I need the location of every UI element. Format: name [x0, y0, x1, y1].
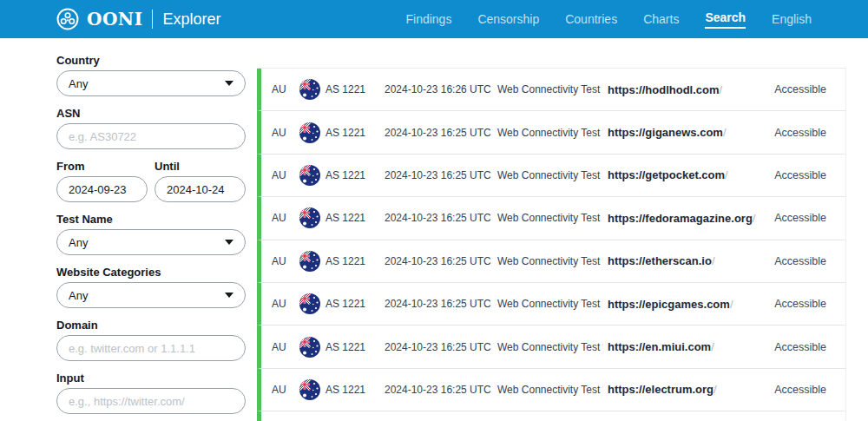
australia-flag-icon [299, 207, 326, 228]
website-categories-filter: Website Categories Any [56, 266, 246, 308]
until-filter: Until [155, 160, 246, 202]
asn-value: AS 1221 [326, 212, 385, 224]
ooni-wordmark: OONI [87, 9, 142, 30]
url-trailing-slash: / [711, 340, 714, 353]
measured-url: https://electrum.org/ [608, 383, 774, 396]
country-label: Country [56, 54, 246, 67]
until-label: Until [155, 160, 246, 173]
australia-flag-icon [299, 293, 326, 314]
status-badge: Accessible [774, 212, 826, 224]
measurement-timestamp: 2024-10-23 16:25 UTC [385, 127, 497, 139]
url-trailing-slash: / [730, 298, 733, 311]
status-badge: Accessible [774, 83, 826, 95]
country-code: AU [272, 127, 299, 139]
domain-label: Domain [56, 319, 246, 332]
measurement-timestamp: 2024-10-23 16:25 UTC [385, 341, 497, 353]
country-code: AU [272, 83, 299, 95]
measurement-row[interactable]: AU [257, 369, 845, 411]
measurement-row[interactable]: AU [257, 155, 845, 197]
australia-flag-icon [299, 251, 326, 272]
domain-filter: Domain [56, 319, 246, 361]
australia-flag-icon [299, 79, 326, 100]
measured-url: https://en.miui.com/ [608, 340, 774, 353]
input-url-input[interactable] [56, 388, 246, 414]
measurement-timestamp: 2024-10-23 16:26 UTC [385, 83, 497, 95]
measurement-timestamp: 2024-10-23 16:25 UTC [385, 255, 497, 267]
logo-divider [152, 10, 153, 29]
country-code: AU [272, 384, 299, 396]
measured-url: https://giganews.com/ [608, 126, 774, 139]
nav-item[interactable]: Countries [565, 12, 617, 26]
status-badge: Accessible [774, 255, 826, 267]
measurement-row-partial[interactable] [257, 411, 845, 421]
test-name-value: Web Connectivity Test [497, 255, 608, 267]
country-select[interactable]: Any [56, 70, 246, 96]
input-filter: Input [56, 372, 246, 414]
status-badge: Accessible [774, 341, 826, 353]
measurement-row[interactable]: AU [257, 69, 845, 111]
chevron-down-icon [225, 81, 233, 86]
date-range-row: From Until [56, 160, 246, 213]
test-name-value: Web Connectivity Test [497, 127, 608, 139]
country-code: AU [272, 341, 299, 353]
nav-item[interactable]: Charts [643, 12, 679, 26]
asn-filter: ASN [56, 107, 246, 149]
main-nav: Findings Censorship Countries Charts Sea… [405, 10, 812, 29]
from-date-input[interactable] [56, 176, 148, 202]
measurement-row[interactable]: AU [257, 240, 845, 283]
measured-url: https://getpocket.com/ [608, 168, 774, 181]
nav-item[interactable]: Censorship [477, 12, 539, 26]
status-badge: Accessible [774, 298, 826, 310]
url-trailing-slash: / [720, 83, 723, 96]
measurement-row[interactable]: AU [257, 283, 845, 326]
test-name-label: Test Name [56, 213, 246, 226]
asn-input[interactable] [56, 123, 246, 149]
until-date-input[interactable] [155, 176, 246, 202]
australia-flag-icon [299, 165, 326, 186]
asn-value: AS 1221 [326, 298, 385, 310]
website-categories-select[interactable]: Any [56, 282, 246, 308]
url-trailing-slash: / [725, 168, 728, 181]
asn-value: AS 1221 [326, 341, 385, 353]
asn-value: AS 1221 [326, 127, 385, 139]
measurement-row[interactable]: AU [257, 326, 845, 368]
test-name-value: Web Connectivity Test [497, 384, 608, 396]
asn-value: AS 1221 [326, 83, 385, 95]
website-categories-select-value: Any [69, 289, 88, 302]
nav-item[interactable]: Search [705, 10, 746, 29]
measured-url: https://etherscan.io/ [608, 254, 774, 267]
test-name-select[interactable]: Any [56, 229, 246, 255]
status-badge: Accessible [774, 169, 826, 181]
asn-value: AS 1221 [326, 384, 385, 396]
ooni-logo[interactable]: OONI Explorer [56, 8, 221, 30]
measurement-row[interactable]: AU [257, 111, 845, 154]
test-name-value: Web Connectivity Test [497, 83, 608, 95]
domain-input[interactable] [56, 335, 246, 361]
nav-item[interactable]: English [772, 12, 812, 26]
test-name-value: Web Connectivity Test [497, 298, 608, 310]
url-trailing-slash: / [753, 212, 756, 225]
url-trailing-slash: / [713, 383, 717, 396]
australia-flag-icon [299, 122, 326, 143]
test-name-value: Web Connectivity Test [497, 341, 608, 353]
website-categories-label: Website Categories [56, 266, 246, 279]
ooni-logo-icon [56, 8, 79, 30]
country-code: AU [272, 255, 299, 267]
url-trailing-slash: / [712, 254, 715, 267]
nav-item[interactable]: Findings [405, 12, 451, 26]
url-trailing-slash: / [723, 126, 727, 139]
status-badge: Accessible [774, 384, 826, 396]
country-code: AU [272, 169, 299, 181]
country-code: AU [272, 298, 299, 310]
measured-url: https://epicgames.com/ [608, 298, 774, 311]
test-name-value: Web Connectivity Test [497, 212, 608, 224]
asn-label: ASN [56, 107, 246, 120]
measurement-timestamp: 2024-10-23 16:25 UTC [385, 384, 497, 396]
measurement-row[interactable]: AU [257, 197, 845, 240]
test-name-value: Web Connectivity Test [497, 169, 608, 181]
header: OONI Explorer Findings Censorship Countr… [0, 0, 868, 38]
from-label: From [56, 160, 148, 173]
input-label: Input [56, 372, 246, 385]
status-badge: Accessible [774, 127, 826, 139]
results-list: AU [257, 68, 846, 421]
